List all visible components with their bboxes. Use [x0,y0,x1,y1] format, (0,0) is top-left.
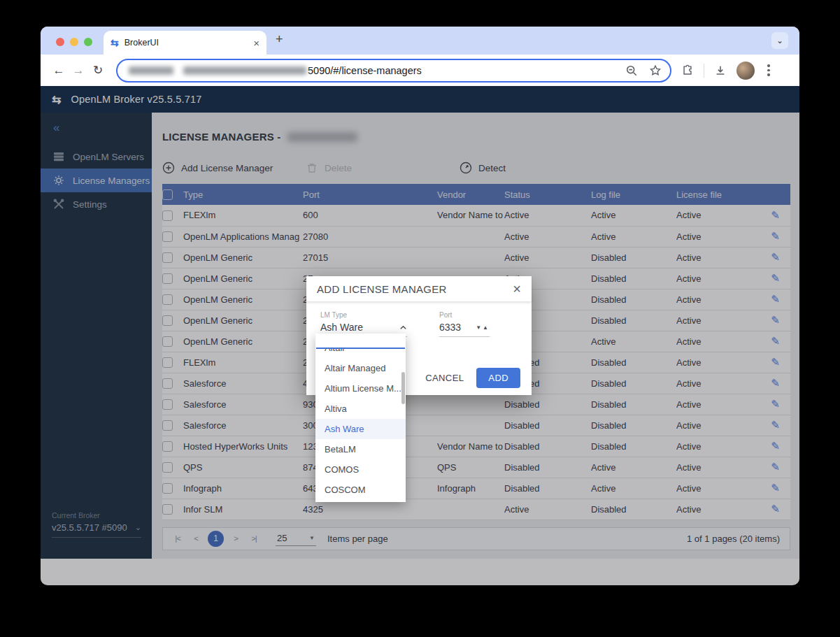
back-button[interactable]: ← [49,64,69,78]
tab-title: BrokerUI [124,38,254,48]
toolbar-divider [704,64,704,78]
zoom-window-button[interactable] [84,38,92,46]
redacted-security-label [129,66,173,75]
browser-window: ⇆ BrokerUI × + ⌄ ← → ↻ 5090/#/license-ma… [41,27,799,585]
address-bar[interactable]: 5090/#/license-managers [116,59,671,83]
extensions-icon[interactable] [681,64,694,77]
redacted-domain [183,66,306,75]
new-tab-button[interactable]: + [276,32,283,47]
close-icon[interactable]: × [513,282,521,296]
dropdown-item[interactable]: Altium License M... [315,378,406,399]
browser-menu-icon[interactable] [764,64,773,76]
port-input[interactable]: Port 6333 ▼▲ [439,311,490,337]
lm-type-label: LM Type [320,311,407,319]
tab-close-icon[interactable]: × [253,37,259,49]
browser-toolbar: ← → ↻ 5090/#/license-managers [41,55,799,86]
downloads-icon[interactable] [714,64,727,77]
reload-button[interactable]: ↻ [88,63,108,78]
bookmark-star-icon[interactable] [649,64,662,77]
window-controls [56,38,92,46]
browser-tab[interactable]: ⇆ BrokerUI × [104,31,266,55]
dropdown-scrollbar[interactable] [401,372,405,404]
profile-avatar[interactable] [736,62,755,80]
zoom-out-icon[interactable] [625,64,638,77]
tab-overview-chevron-icon[interactable]: ⌄ [771,32,788,49]
screenshot-stage: ⇆ BrokerUI × + ⌄ ← → ↻ 5090/#/license-ma… [0,0,840,637]
dropdown-items: Altair Altair Managed Altium License M..… [315,349,406,500]
dropdown-item[interactable]: Altair [315,349,406,358]
add-button[interactable]: ADD [476,368,520,388]
dropdown-item[interactable]: COMOS [315,459,406,480]
port-label: Port [439,311,490,319]
lm-type-value: Ash Ware [320,322,363,333]
close-window-button[interactable] [56,38,64,46]
forward-button[interactable]: → [69,64,88,78]
tab-strip: ⇆ BrokerUI × + ⌄ [41,27,799,55]
lm-type-dropdown: Altair Altair Managed Altium License M..… [315,334,406,502]
cancel-button[interactable]: CANCEL [425,373,464,383]
port-value: 6333 [439,322,461,333]
dropdown-item[interactable]: Ash Ware [315,419,406,439]
modal-title: ADD LICENSE MANAGER [317,283,513,295]
tab-favicon-icon: ⇆ [111,37,119,48]
dropdown-list: Altair Altair Managed Altium License M..… [315,349,406,501]
minimize-window-button[interactable] [70,38,78,46]
dropdown-item[interactable]: BetaLM [315,439,406,459]
dropdown-item[interactable]: COSCOM [315,480,406,500]
dropdown-filter-input[interactable] [316,334,405,349]
chevron-up-icon [399,324,407,331]
url-text: 5090/#/license-managers [308,65,422,76]
port-spinner-icons[interactable]: ▼▲ [476,324,490,331]
dropdown-item[interactable]: Altair Managed [315,358,406,378]
dropdown-item[interactable]: Altiva [315,399,406,419]
